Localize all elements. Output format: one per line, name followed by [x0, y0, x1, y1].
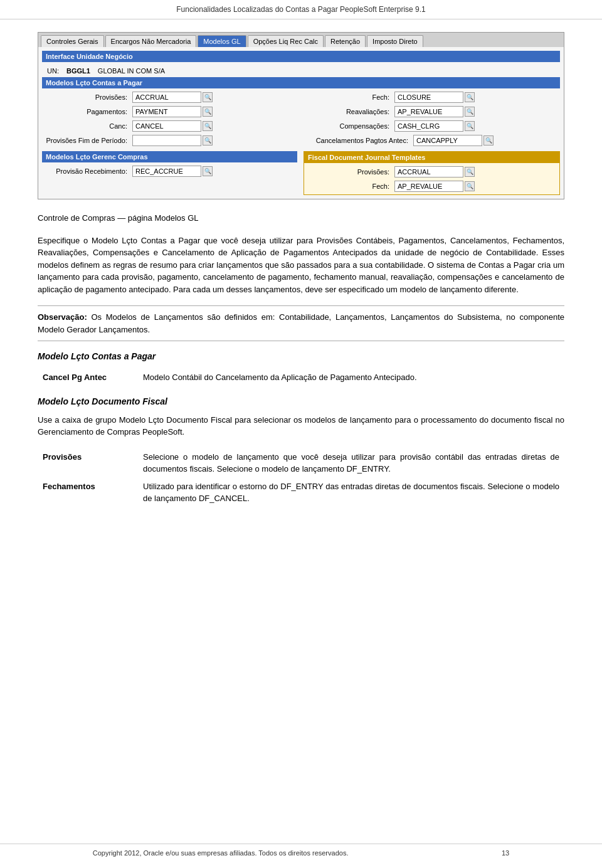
form-row-canc: Canc: 🔍 — [42, 120, 298, 132]
form-row-prov-recebimento: Provisão Recebimento: 🔍 — [42, 165, 297, 177]
field-compensacoes[interactable] — [394, 120, 463, 132]
section2-intro: Use a caixa de grupo Modelo Lçto Documen… — [38, 414, 564, 438]
label-fech: Fech: — [307, 93, 394, 101]
fiscal-header: Fiscal Document Journal Templates — [304, 152, 559, 163]
lookup-canc[interactable]: 🔍 — [203, 121, 213, 131]
form-row-cancelamentos: Cancelamentos Pagtos Antec: 🔍 — [304, 134, 560, 147]
field-fech[interactable] — [394, 92, 463, 103]
field-reavaliacoes[interactable] — [394, 106, 463, 117]
field-provisoes[interactable] — [132, 92, 201, 103]
tab-controles-gerais[interactable]: Controles Gerais — [41, 35, 104, 47]
input-fiscal-provisoes: 🔍 — [394, 166, 475, 177]
field-provisoes-fim[interactable] — [132, 135, 201, 146]
footer-text: Copyright 2012, Oracle e/ou suas empresa… — [93, 849, 349, 857]
un-row: UN: BGGL1 GLOBAL IN COM S/A — [42, 65, 560, 77]
input-reavaliacoes: 🔍 — [394, 106, 475, 117]
def2-desc-1: Utilizado para identificar o estorno do … — [138, 478, 564, 507]
tab-imposto[interactable]: Imposto Direto — [367, 35, 423, 47]
form-row-fiscal-fech: Fech: 🔍 — [304, 180, 559, 193]
def1-desc-0: Modelo Contábil do Cancelamento da Aplic… — [138, 369, 564, 386]
input-fiscal-fech: 🔍 — [394, 181, 475, 192]
field-fiscal-provisoes[interactable] — [394, 166, 463, 177]
tab-modelos-gl[interactable]: Modelos GL — [198, 35, 246, 47]
label-canc: Canc: — [45, 122, 132, 130]
lookup-compensacoes[interactable]: 🔍 — [465, 121, 475, 131]
gerenc-left: Modelos Lçto Gerenc Compras Provisão Rec… — [42, 151, 297, 195]
field-cancelamentos[interactable] — [413, 135, 482, 146]
form-row-pagamentos: Pagamentos: 🔍 — [42, 105, 298, 118]
tab-retencao[interactable]: Retenção — [325, 35, 366, 47]
input-canc: 🔍 — [132, 120, 213, 132]
page-header: Funcionalidades Localizadas do Contas a … — [0, 0, 602, 19]
main-content: Controles Gerais Encargos Não Mercadoria… — [0, 19, 602, 542]
lookup-pagamentos[interactable]: 🔍 — [203, 107, 213, 117]
header-title: Funcionalidades Localizadas do Contas a … — [176, 5, 426, 14]
field-canc[interactable] — [132, 120, 201, 132]
input-fech: 🔍 — [394, 92, 475, 103]
def2-row-1: Fechamentos Utilizado para identificar o… — [38, 478, 564, 507]
form-row-fiscal-provisoes: Provisões: 🔍 — [304, 166, 559, 178]
input-cancelamentos: 🔍 — [413, 135, 494, 146]
label-prov-recebimento: Provisão Recebimento: — [45, 167, 132, 175]
section2-title: Modelo Lçto Documento Fiscal — [38, 396, 564, 406]
tabs-row: Controles Gerais Encargos Não Mercadoria… — [38, 33, 564, 47]
label-fiscal-fech: Fech: — [307, 183, 394, 190]
label-pagamentos: Pagamentos: — [45, 108, 132, 115]
lookup-provisoes[interactable]: 🔍 — [203, 92, 213, 102]
screenshot-box: Controles Gerais Encargos Não Mercadoria… — [38, 32, 564, 199]
page-number: 13 — [502, 849, 509, 857]
note-box: Observação: Os Modelos de Lançamentos sã… — [38, 305, 564, 341]
def2-row-0: Provisões Selecione o modelo de lançamen… — [38, 448, 564, 478]
un-label: UN: — [47, 67, 59, 75]
section1-title: Modelo Lçto Contas a Pagar — [38, 351, 564, 361]
lookup-fiscal-provisoes[interactable]: 🔍 — [465, 167, 475, 177]
form-row-fech: Fech: 🔍 — [304, 91, 560, 103]
input-provisoes: 🔍 — [132, 92, 213, 103]
form-row-reavaliacoes: Reavaliações: 🔍 — [304, 105, 560, 118]
note-prefix: Observação: — [38, 312, 87, 322]
label-provisoes-fim: Provisões Fim de Período: — [45, 137, 132, 144]
input-prov-recebimento: 🔍 — [132, 166, 213, 177]
field-prov-recebimento[interactable] — [132, 166, 201, 177]
label-reavaliacoes: Reavaliações: — [307, 108, 394, 115]
un-name: GLOBAL IN COM S/A — [98, 67, 165, 75]
input-pagamentos: 🔍 — [132, 106, 213, 117]
panel-body: Interface Unidade Negócio UN: BGGL1 GLOB… — [38, 47, 564, 199]
lookup-reavaliacoes[interactable]: 🔍 — [465, 107, 475, 117]
def2-term-0: Provisões — [38, 448, 138, 478]
tab-encargos[interactable]: Encargos Não Mercadoria — [105, 35, 197, 47]
lookup-fiscal-fech[interactable]: 🔍 — [465, 181, 475, 191]
lookup-prov-recebimento[interactable]: 🔍 — [203, 166, 213, 176]
input-compensacoes: 🔍 — [394, 120, 475, 132]
label-compensacoes: Compensações: — [307, 122, 394, 130]
def1-term-0: Cancel Pg Antec — [38, 369, 138, 386]
definitions2-table: Provisões Selecione o modelo de lançamen… — [38, 448, 564, 507]
tab-opcoes[interactable]: Opções Liq Rec Calc — [248, 35, 324, 47]
form-row-provisoes: Provisões: 🔍 — [42, 91, 298, 103]
def2-desc-0: Selecione o modelo de lançamento que voc… — [138, 448, 564, 478]
section-modelos: Modelos Lçto Contas a Pagar — [42, 77, 560, 88]
def2-term-1: Fechamentos — [38, 478, 138, 507]
input-provisoes-fim: 🔍 — [132, 135, 213, 146]
fiscal-section: Fiscal Document Journal Templates Provis… — [304, 151, 560, 195]
lookup-fech[interactable]: 🔍 — [465, 92, 475, 102]
def1-row-0: Cancel Pg Antec Modelo Contábil do Cance… — [38, 369, 564, 386]
body-text-1: Especifique o Modelo Lçto Contas a Pagar… — [38, 235, 564, 296]
label-cancelamentos: Cancelamentos Pagtos Antec: — [307, 137, 413, 144]
label-fiscal-provisoes: Provisões: — [307, 168, 394, 176]
modelos-right-col: Fech: 🔍 Reavaliações: 🔍 — [304, 91, 560, 149]
page-footer: Copyright 2012, Oracle e/ou suas empresa… — [0, 844, 602, 862]
modelos-left-col: Provisões: 🔍 Pagamentos: 🔍 — [42, 91, 298, 149]
form-row-compensacoes: Compensações: 🔍 — [304, 120, 560, 132]
lookup-cancelamentos[interactable]: 🔍 — [483, 135, 494, 146]
label-provisoes: Provisões: — [45, 93, 132, 101]
field-fiscal-fech[interactable] — [394, 181, 463, 192]
field-pagamentos[interactable] — [132, 106, 201, 117]
caption: Controle de Compras — página Modelos GL — [38, 212, 564, 225]
lookup-provisoes-fim[interactable]: 🔍 — [203, 135, 213, 146]
section-gerenc: Modelos Lçto Gerenc Compras — [42, 151, 297, 162]
gerenc-section: Modelos Lçto Gerenc Compras Provisão Rec… — [42, 151, 560, 195]
form-row-provisoes-fim: Provisões Fim de Período: 🔍 — [42, 134, 298, 147]
definitions1-table: Cancel Pg Antec Modelo Contábil do Cance… — [38, 369, 564, 386]
un-value: BGGL1 — [66, 67, 90, 75]
